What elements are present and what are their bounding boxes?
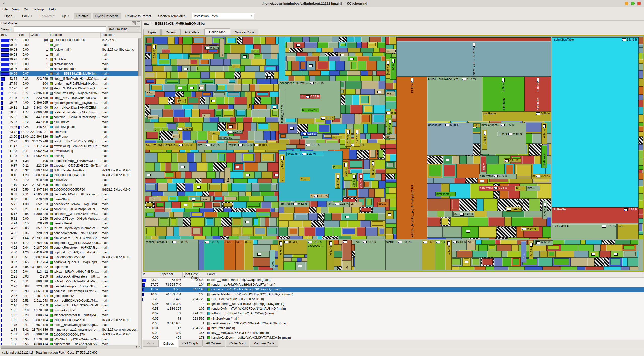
treemap-cell[interactable]: 0.47 % (354, 129, 360, 147)
shorten-templates-toggle[interactable]: Shorten Templates (155, 13, 188, 19)
table-row[interactable]: 5.590.211 117 704collectCT__XHio9cMpnLoH… (0, 207, 138, 212)
column-header[interactable]: Self (18, 33, 30, 38)
table-row[interactable]: 3.870.651 117 704addNewObjToZCT__xkq8Zbj… (0, 260, 138, 265)
treemap-cell[interactable]: cl… (350, 202, 362, 207)
treemap-cell[interactable]: 0x…0.43 % (453, 212, 474, 217)
grouping-select[interactable]: (No Grouping)▼ (108, 26, 140, 32)
relative-to-parent-toggle[interactable]: Relative to Parent (123, 13, 154, 19)
tab-machine-code[interactable]: Machine Code (250, 340, 278, 347)
menu-help[interactable]: Help (47, 7, 58, 12)
treemap-cell[interactable]: ap… (146, 91, 155, 95)
treemap-cell[interactable]: g… (154, 127, 160, 131)
treemap-cell[interactable]: 0.44 % (506, 207, 522, 212)
window-menu-icon[interactable]: ▼ (3, 2, 5, 5)
treemap-cell[interactable]: g… (162, 127, 168, 131)
menu-file[interactable]: File (0, 7, 10, 12)
table-row[interactable]: 27.202.772 396 160drawPixelEntry__NJjbqN… (0, 91, 138, 96)
table-row[interactable]: 43.740.33223 599step__i19bnPkahqH24qJCOf… (0, 76, 138, 81)
treemap-cell[interactable]: 0x… (235, 240, 244, 270)
treemap-cell[interactable]: res… (386, 92, 395, 96)
table-row[interactable]: 99.960.001NimMainModulemain (0, 67, 138, 71)
treemap-cell[interactable]: … (199, 240, 204, 270)
table-row[interactable]: 4.020.442 187 004genericResetAux__9bFXTA… (0, 245, 138, 250)
tab-callees[interactable]: Callees (158, 340, 178, 347)
tab-callee-map[interactable]: Callee Map (204, 28, 230, 35)
table-row[interactable]: 10.0626 383 764105renderTileMap__r7WnWKU… (142, 292, 644, 297)
table-row[interactable]: 2.470.412 187 004genericReset2main (0, 294, 138, 298)
callee-map[interactable]: 27.20 %drawPixelE…19.47 %byteToMgbPalett… (143, 35, 644, 272)
treemap-cell[interactable]: 0.76 % (278, 240, 283, 270)
table-row[interactable]: 1.620.465 308 4160x000000000004c470libSD… (0, 332, 138, 337)
table-row[interactable]: 5.170.951 300 320tickFetch__W9Lvw2B9kRmW… (0, 212, 138, 216)
up-button[interactable]: Up▼ (59, 13, 72, 19)
treemap-cell[interactable]: 0.49 %0x000000… (307, 240, 327, 270)
treemap-cell[interactable]: raw… (149, 197, 161, 202)
tab-call-graph[interactable]: Call Graph (179, 340, 202, 347)
table-row[interactable]: 0.0783224 725toBool__dzzgEquF1YuhyCTAEG6… (142, 311, 644, 316)
table-row[interactable]: 4.131.7212 764 005lteqpercent___hPlJn3JC… (0, 241, 138, 245)
table-row[interactable]: 1.380.564 308 414pluspercent___dgYAo7Rfd… (0, 342, 138, 345)
treemap-cell[interactable]: raw. (219, 39, 224, 57)
treemap-cell[interactable]: nimFrame (541, 145, 547, 168)
treemap-cell[interactable]: po… (385, 135, 395, 139)
treemap-cell[interactable]: 1.33 % (445, 240, 452, 270)
table-row[interactable]: 6.882.119 585 060decodeMgbColor__6LuKPum… (0, 192, 138, 197)
treemap-cell[interactable]: 27.20 %drawPixelE… (396, 41, 551, 77)
table-row[interactable]: 2.910.032 259markStackAndRegisters__U6T…… (0, 274, 138, 279)
table-row[interactable]: 3.040.04313 412toHex__jdRePna9b9bPN87Xa…… (0, 269, 138, 274)
horizontal-scrollbar[interactable]: ◀ ▶ (0, 345, 141, 349)
forward-button[interactable]: Forward▼ (37, 13, 58, 19)
search-input[interactable] (14, 26, 106, 32)
table-row[interactable]: 27.760.41104step__STKdbeXofSoaT6qwQ4l…ma… (0, 86, 138, 91)
scroll-left-icon[interactable]: ◀ (134, 345, 138, 348)
treemap-cell[interactable]: 0.11 % (504, 158, 521, 162)
treemap-cell[interactable]: nimProfile0.74 % (479, 186, 514, 191)
table-row[interactable]: 1.820.515 807 1840x000000000004be80libSD… (0, 318, 138, 323)
treemap-cell[interactable]: testBit_r8x7Jw… (279, 89, 284, 124)
treemap-cell[interactable]: 0.14 % (535, 240, 553, 245)
table-row[interactable]: 99.980.001mainmain (0, 52, 138, 57)
treemap-cell[interactable]: 0.60 % (482, 130, 487, 150)
treemap-cell[interactable]: 0x0… (270, 250, 275, 268)
table-row[interactable]: 2.700.08223 599handleInterrupts__4cGtexS… (0, 284, 138, 289)
tab-types[interactable]: Types (143, 29, 161, 35)
treemap-cell[interactable]: nim…0.16 % (310, 194, 329, 198)
treemap-cell[interactable]: ni… (300, 177, 310, 181)
treemap-cell[interactable] (279, 37, 285, 80)
treemap-cell[interactable]: 0.26 % (352, 173, 357, 187)
treemap-cell[interactable]: 0x… (342, 260, 352, 270)
treemap-cell[interactable]: popFrame0.56 % (482, 111, 551, 121)
treemap-cell[interactable] (279, 151, 343, 201)
column-header[interactable]: Ir (142, 272, 159, 277)
minimize-button[interactable] (625, 2, 628, 5)
menu-view[interactable]: View (10, 7, 21, 12)
treemap-cell[interactable]: p…0.15 % (300, 132, 317, 136)
table-row[interactable]: 4.940.15728 999genericResetmain (0, 221, 138, 226)
treemap-cell[interactable]: ra… (200, 196, 211, 201)
treemap-cell[interactable]: tick__zoBjKQHoYOQb…2.10 % (145, 143, 196, 150)
treemap-cell[interactable]: nim…0.26 % (327, 202, 350, 207)
treemap-cell[interactable]: nimFrame (435, 192, 456, 196)
treemap-cell[interactable]: de… (467, 240, 476, 250)
table-row[interactable]: 27.790.00104render__gqFr9aPMAta8tHbG…mai… (0, 81, 138, 86)
cycle-detection-toggle[interactable]: Cycle Detection (93, 13, 121, 19)
treemap-cell[interactable]: decodeMg…6.88 % (427, 123, 473, 155)
table-row[interactable]: 7.191.2123 737 608nimZeroMemmain (0, 183, 138, 187)
table-row[interactable]: 0.00409178handleKeyDown__ad81YgYuvCMGVT3… (142, 335, 644, 340)
close-icon[interactable]: ✕ (137, 21, 140, 25)
treemap-cell[interactable]: testBit…1.81 % (385, 240, 422, 270)
tab-callers[interactable]: Callers (161, 29, 180, 35)
treemap-cell[interactable]: 0.27 % (227, 130, 243, 134)
table-row[interactable]: 3.853.85132 494 322popFramemain (0, 265, 138, 269)
treemap-cell[interactable]: lte… (177, 99, 186, 103)
table-row[interactable]: 1.850.181 176 396unsureAsgnRefmain (0, 308, 138, 313)
table-row[interactable]: 3.910.515 807 1840x0000000000050010libSD… (0, 255, 138, 260)
treemap-cell[interactable]: SDL… (521, 241, 526, 262)
table-row[interactable]: 0.00339356key__IMh6jJOsJKK1OPCK31dkrA (m… (142, 331, 644, 335)
treemap-cell[interactable]: decode2bbTileRow_…2.91 % (279, 81, 341, 118)
table-row[interactable]: 27.7973 554 740104render__gqFr9aPMAta8tH… (142, 282, 644, 287)
treemap-cell[interactable]: 0.43 % (204, 46, 220, 50)
treemap-cell[interactable]: nimProfile1.16 % (552, 207, 638, 223)
treemap-cell[interactable]: lteq… (247, 92, 252, 110)
table-row[interactable]: 99.960.001NimMainInnermain (0, 62, 138, 67)
